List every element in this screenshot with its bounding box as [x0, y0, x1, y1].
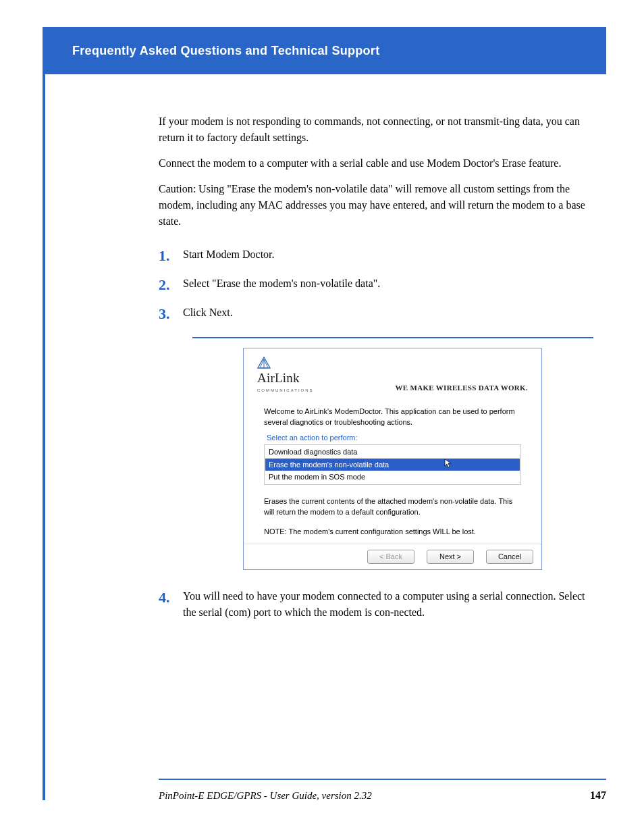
step-text: You will need to have your modem connect…: [183, 586, 591, 621]
footer-page-number: 147: [590, 789, 606, 802]
steps-list: 1. Start Modem Doctor. 2. Select "Erase …: [159, 244, 591, 325]
option-note: NOTE: The modem's current configuration …: [264, 526, 521, 538]
figure-top-rule: [192, 337, 593, 338]
header-title: Frequently Asked Questions and Technical…: [72, 44, 379, 58]
step-number: 3.: [159, 303, 183, 325]
wizard-welcome-text: Welcome to AirLink's ModemDoctor. This a…: [264, 406, 521, 428]
airlink-logo-icon: [570, 36, 599, 68]
wizard-header: AirLink COMMUNICATIONS WE MAKE WIRELESS …: [244, 348, 541, 400]
step-number: 2.: [159, 273, 183, 296]
footer-doc-title: PinPoint-E EDGE/GPRS - User Guide, versi…: [159, 790, 372, 802]
page-footer: PinPoint-E EDGE/GPRS - User Guide, versi…: [159, 789, 606, 802]
step-number: 4.: [159, 586, 183, 621]
wizard-body: Welcome to AirLink's ModemDoctor. This a…: [244, 400, 541, 544]
wizard-button-row: < Back Next > Cancel: [244, 544, 541, 569]
fieldset-label: Select an action to perform:: [267, 434, 358, 442]
step-number: 1.: [159, 244, 183, 267]
page-body: If your modem is not responding to comma…: [159, 113, 591, 627]
step-text: Start Modem Doctor.: [183, 244, 275, 267]
option-description: Erases the current contents of the attac…: [264, 496, 521, 518]
step-item: 3. Click Next.: [159, 303, 591, 325]
document-header: Frequently Asked Questions and Technical…: [45, 27, 606, 74]
intro-paragraph-1: If your modem is not responding to comma…: [159, 113, 591, 146]
next-button[interactable]: Next >: [427, 550, 474, 564]
brand-tagline: WE MAKE WIRELESS DATA WORK.: [396, 382, 528, 394]
steps-list-continued: 4. You will need to have your modem conn…: [159, 586, 591, 621]
action-listbox[interactable]: Download diagnostics data Erase the mode…: [265, 446, 520, 484]
action-fieldset: Download diagnostics data Erase the mode…: [264, 444, 521, 485]
back-button: < Back: [367, 550, 414, 564]
caution-paragraph: Caution: Using "Erase the modem's non-vo…: [159, 181, 591, 230]
wizard-dialog: AirLink COMMUNICATIONS WE MAKE WIRELESS …: [243, 348, 542, 570]
airlink-logo-icon: [257, 357, 271, 369]
listbox-option-download[interactable]: Download diagnostics data: [265, 446, 520, 459]
intro-paragraph-2: Connect the modem to a computer with a s…: [159, 155, 591, 172]
wizard-brand: AirLink COMMUNICATIONS: [257, 357, 314, 394]
cursor-icon: [444, 459, 452, 471]
step-item: 2. Select "Erase the modem's non-volatil…: [159, 273, 591, 296]
step-item: 1. Start Modem Doctor.: [159, 244, 591, 267]
step-text: Select "Erase the modem's non-volatile d…: [183, 273, 380, 296]
step-text: Click Next.: [183, 303, 233, 325]
listbox-option-sos[interactable]: Put the modem in SOS mode: [265, 471, 520, 484]
listbox-option-erase[interactable]: Erase the modem's non-volatile data: [265, 459, 520, 471]
cancel-button[interactable]: Cancel: [486, 550, 533, 564]
listbox-option-label: Erase the modem's non-volatile data: [269, 461, 389, 469]
step-item: 4. You will need to have your modem conn…: [159, 586, 591, 621]
brand-name: AirLink: [257, 369, 300, 388]
figure: AirLink COMMUNICATIONS WE MAKE WIRELESS …: [159, 337, 591, 570]
left-margin-rule: [43, 27, 45, 800]
footer-rule: [159, 779, 606, 780]
brand-subtitle: COMMUNICATIONS: [257, 388, 314, 394]
